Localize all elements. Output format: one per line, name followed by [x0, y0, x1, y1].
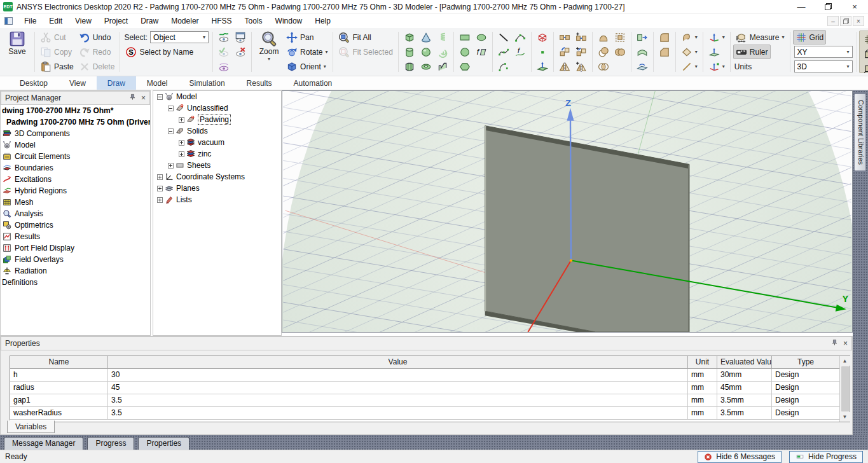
collapse-icon[interactable] [168, 106, 174, 111]
grid-plane-combo[interactable]: XY▾ [794, 46, 853, 58]
expand-icon[interactable] [157, 186, 163, 191]
column-header-type[interactable]: Type [772, 356, 840, 369]
pm-item-results[interactable]: Results [1, 231, 150, 242]
pan-button[interactable]: Pan [284, 30, 330, 45]
pin-icon[interactable] [129, 93, 136, 102]
viewport-canvas[interactable]: ZY [282, 91, 852, 332]
menu-help[interactable]: Help [308, 15, 337, 27]
draw-equation-curve-button[interactable]: f [512, 45, 528, 59]
draw-cone-button[interactable] [418, 30, 434, 45]
column-header-unit[interactable]: Unit [688, 356, 717, 369]
restore-button[interactable] [815, 0, 841, 14]
pm-item-mesh[interactable]: Mesh [1, 197, 150, 208]
measure-button[interactable]: Measure▾ [733, 30, 787, 45]
scroll-thumb[interactable] [841, 366, 849, 411]
draw-torus-button[interactable] [418, 59, 434, 74]
model-tree-item-sheets[interactable]: Sheets [153, 160, 281, 171]
duplicate-mirror-button[interactable] [573, 59, 589, 74]
pm-item-padwing-1700-2700-mhz-75-ohm-drivenm[interactable]: Padwing 1700-2700 MHz 75 Ohm (DrivenM [1, 116, 150, 128]
draw-sweep-button[interactable] [434, 59, 451, 74]
menu-window[interactable]: Window [269, 15, 309, 27]
column-header-name[interactable]: Name [10, 356, 108, 369]
delete-button[interactable]: Delete [76, 59, 118, 74]
tab-results[interactable]: Results [236, 76, 283, 90]
menu-hfss[interactable]: HFSS [205, 15, 238, 27]
cut-button[interactable]: Cut [38, 30, 76, 45]
draw-ellipse-button[interactable] [473, 30, 490, 45]
expand-icon[interactable] [179, 140, 184, 146]
properties-close-icon[interactable]: × [843, 339, 848, 348]
draw-arc-center-button[interactable] [495, 59, 512, 74]
column-header-evaluated-value[interactable]: Evaluated Value [717, 356, 772, 369]
expand-icon[interactable] [179, 151, 184, 157]
sweep-vector-button[interactable] [634, 30, 651, 45]
expand-icon[interactable] [179, 117, 184, 123]
pm-item-model[interactable]: Model [1, 139, 150, 151]
pm-item-hybrid-regions[interactable]: Hybrid Regions [1, 185, 150, 197]
ruler-toggle[interactable]: Ruler [733, 45, 771, 59]
menu-tools[interactable]: Tools [238, 15, 269, 27]
menu-edit[interactable]: Edit [43, 15, 69, 27]
menu-project[interactable]: Project [98, 15, 134, 27]
select-by-name-button[interactable]: SSelect by Name [123, 45, 196, 59]
snap-face-button[interactable] [861, 61, 868, 76]
menu-view[interactable]: View [69, 15, 98, 27]
draw-rectangle-button[interactable] [457, 30, 473, 45]
create-cs-button[interactable]: ▾ [706, 30, 727, 45]
expand-icon[interactable] [157, 197, 163, 203]
tab-simulation[interactable]: Simulation [179, 76, 236, 90]
menu-draw[interactable]: Draw [134, 15, 165, 27]
zoom-button[interactable]: Zoom▾ [254, 30, 284, 62]
tab-automation[interactable]: Automation [283, 76, 343, 90]
pm-item-radiation[interactable]: Radiation [1, 265, 150, 277]
sweep-axis-button[interactable] [634, 45, 651, 59]
sweep-helix-button[interactable]: ▾ [679, 30, 700, 45]
grid-toggle[interactable]: Grid [793, 30, 827, 45]
hide-messages-button[interactable]: Hide 6 Messages [698, 451, 782, 463]
draw-point-button[interactable] [534, 45, 551, 59]
cell-gap1-value[interactable]: 3.5 [108, 394, 688, 407]
duplicate-around-axis-button[interactable] [573, 45, 589, 59]
draw-arc-3pt-button[interactable] [512, 30, 528, 45]
child-minimize-button[interactable]: – [827, 16, 839, 26]
column-header-value[interactable]: Value [108, 356, 688, 369]
document-icon[interactable] [4, 17, 13, 25]
menu-modeler[interactable]: Modeler [165, 15, 205, 27]
object-cs-button[interactable]: ▾ [706, 59, 727, 74]
scroll-up-arrow[interactable]: ▲ [840, 356, 850, 366]
fit-selected-button[interactable]: Fit Selected [336, 45, 395, 59]
rotate-view-button[interactable]: Rotate▾ [284, 45, 330, 59]
save-button[interactable]: Save [3, 30, 32, 57]
hide-selected-button[interactable] [232, 45, 249, 59]
orient-button[interactable]: Orient▾ [284, 59, 330, 74]
chamfer-button[interactable] [656, 45, 673, 59]
dock-tab-progress[interactable]: Progress [87, 437, 134, 450]
model-tree-item-lists[interactable]: Lists [153, 194, 281, 205]
menu-file[interactable]: File [18, 15, 43, 27]
pm-item-field-overlays[interactable]: Field Overlays [1, 254, 150, 265]
draw-plane-button[interactable] [534, 59, 551, 74]
show-selected-button[interactable] [216, 45, 232, 59]
dock-tab-message-manager[interactable]: Message Manager [4, 437, 83, 450]
rotate-object-button[interactable] [556, 45, 573, 59]
scroll-down-arrow[interactable]: ▼ [840, 412, 850, 422]
paste-button[interactable]: Paste [38, 59, 76, 74]
child-close-button[interactable]: × [853, 16, 864, 26]
draw-cylinder-button[interactable] [401, 45, 418, 59]
undo-button[interactable]: Undo [76, 30, 118, 45]
model-tree-item-zinc[interactable]: zinc [153, 148, 281, 160]
variables-tab[interactable]: Variables [7, 420, 55, 433]
child-restore-button[interactable] [840, 16, 851, 26]
cell-radius-value[interactable]: 45 [108, 382, 688, 394]
snap-grid-button[interactable] [861, 32, 868, 46]
pm-item-optimetrics[interactable]: Optimetrics [1, 219, 150, 231]
draw-spline-button[interactable] [495, 45, 512, 59]
model-tree-item-coordinate-systems[interactable]: Coordinate Systems [153, 171, 281, 183]
mirror-button[interactable] [556, 59, 573, 74]
show-hidden-button[interactable] [216, 30, 232, 45]
tab-draw[interactable]: Draw [97, 76, 136, 90]
model-tree-item-solids[interactable]: Solids [153, 125, 281, 137]
uncover-faces-button[interactable] [634, 59, 651, 74]
cell-washerRadius-value[interactable]: 3.5 [108, 407, 688, 420]
copy-button[interactable]: Copy [38, 45, 76, 59]
